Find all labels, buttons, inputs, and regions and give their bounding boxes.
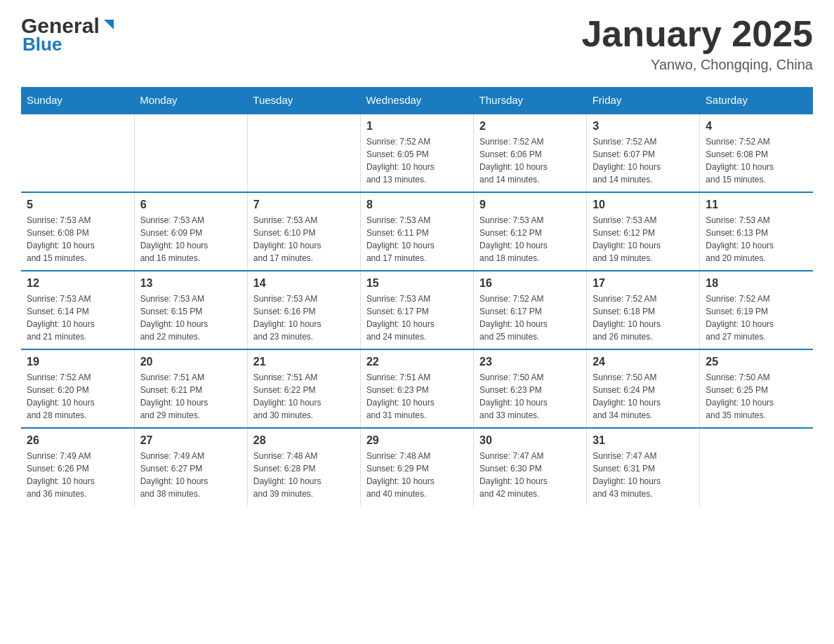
day-cell: 19Sunrise: 7:52 AM Sunset: 6:20 PM Dayli… — [21, 349, 134, 428]
day-info: Sunrise: 7:52 AM Sunset: 6:17 PM Dayligh… — [479, 293, 581, 343]
day-number: 19 — [27, 356, 128, 368]
day-cell: 12Sunrise: 7:53 AM Sunset: 6:14 PM Dayli… — [21, 271, 134, 349]
day-number: 31 — [593, 434, 694, 447]
page-header: General Blue January 2025 Yanwo, Chongqi… — [21, 14, 813, 73]
day-cell: 17Sunrise: 7:52 AM Sunset: 6:18 PM Dayli… — [587, 271, 700, 349]
day-number: 2 — [479, 120, 581, 133]
day-number: 27 — [140, 434, 241, 447]
day-number: 11 — [706, 199, 807, 211]
day-number: 25 — [706, 356, 807, 368]
weekday-header-wednesday: Wednesday — [360, 87, 473, 114]
logo: General Blue — [21, 14, 117, 55]
week-row-2: 5Sunrise: 7:53 AM Sunset: 6:08 PM Daylig… — [21, 192, 813, 271]
day-number: 24 — [593, 356, 694, 368]
day-info: Sunrise: 7:47 AM Sunset: 6:30 PM Dayligh… — [479, 450, 581, 500]
day-info: Sunrise: 7:53 AM Sunset: 6:12 PM Dayligh… — [479, 214, 581, 264]
day-cell: 14Sunrise: 7:53 AM Sunset: 6:16 PM Dayli… — [247, 271, 360, 349]
day-info: Sunrise: 7:52 AM Sunset: 6:05 PM Dayligh… — [366, 135, 468, 186]
weekday-header-sunday: Sunday — [21, 87, 134, 114]
weekday-header-row: SundayMondayTuesdayWednesdayThursdayFrid… — [21, 87, 813, 114]
day-number: 29 — [366, 434, 468, 447]
day-info: Sunrise: 7:52 AM Sunset: 6:07 PM Dayligh… — [593, 135, 694, 186]
day-cell: 8Sunrise: 7:53 AM Sunset: 6:11 PM Daylig… — [360, 192, 473, 271]
day-info: Sunrise: 7:53 AM Sunset: 6:16 PM Dayligh… — [253, 293, 355, 343]
day-cell — [21, 114, 134, 192]
day-cell: 9Sunrise: 7:53 AM Sunset: 6:12 PM Daylig… — [474, 192, 587, 271]
day-number: 28 — [253, 434, 355, 447]
day-cell: 10Sunrise: 7:53 AM Sunset: 6:12 PM Dayli… — [587, 192, 700, 271]
day-info: Sunrise: 7:52 AM Sunset: 6:06 PM Dayligh… — [479, 135, 581, 186]
day-cell: 26Sunrise: 7:49 AM Sunset: 6:26 PM Dayli… — [21, 428, 134, 506]
day-info: Sunrise: 7:48 AM Sunset: 6:29 PM Dayligh… — [366, 450, 468, 500]
day-number: 14 — [253, 277, 355, 290]
day-number: 7 — [253, 199, 355, 211]
day-cell: 7Sunrise: 7:53 AM Sunset: 6:10 PM Daylig… — [247, 192, 360, 271]
day-info: Sunrise: 7:53 AM Sunset: 6:11 PM Dayligh… — [366, 214, 468, 264]
day-info: Sunrise: 7:53 AM Sunset: 6:15 PM Dayligh… — [140, 293, 241, 343]
day-cell: 21Sunrise: 7:51 AM Sunset: 6:22 PM Dayli… — [247, 349, 360, 428]
day-cell: 4Sunrise: 7:52 AM Sunset: 6:08 PM Daylig… — [700, 114, 813, 192]
day-number: 5 — [27, 199, 128, 211]
day-cell: 24Sunrise: 7:50 AM Sunset: 6:24 PM Dayli… — [587, 349, 700, 428]
day-number: 26 — [27, 434, 128, 447]
day-number: 6 — [140, 199, 241, 211]
day-cell: 31Sunrise: 7:47 AM Sunset: 6:31 PM Dayli… — [587, 428, 700, 506]
day-info: Sunrise: 7:50 AM Sunset: 6:24 PM Dayligh… — [593, 371, 694, 422]
day-info: Sunrise: 7:51 AM Sunset: 6:22 PM Dayligh… — [253, 371, 355, 422]
weekday-header-tuesday: Tuesday — [247, 87, 360, 114]
day-cell — [134, 114, 247, 192]
day-info: Sunrise: 7:53 AM Sunset: 6:14 PM Dayligh… — [27, 293, 128, 343]
day-info: Sunrise: 7:52 AM Sunset: 6:20 PM Dayligh… — [27, 371, 128, 422]
day-info: Sunrise: 7:49 AM Sunset: 6:26 PM Dayligh… — [27, 450, 128, 500]
day-number: 18 — [706, 277, 807, 290]
weekday-header-thursday: Thursday — [474, 87, 587, 114]
location: Yanwo, Chongqing, China — [581, 57, 813, 73]
logo-blue: Blue — [22, 34, 62, 55]
month-title: January 2025 — [581, 14, 813, 54]
day-cell: 1Sunrise: 7:52 AM Sunset: 6:05 PM Daylig… — [360, 114, 473, 192]
day-info: Sunrise: 7:52 AM Sunset: 6:08 PM Dayligh… — [706, 135, 807, 186]
day-cell: 5Sunrise: 7:53 AM Sunset: 6:08 PM Daylig… — [21, 192, 134, 271]
day-number: 10 — [593, 199, 694, 211]
day-cell: 30Sunrise: 7:47 AM Sunset: 6:30 PM Dayli… — [474, 428, 587, 506]
day-cell — [700, 428, 813, 506]
day-number: 13 — [140, 277, 241, 290]
day-number: 20 — [140, 356, 241, 368]
day-number: 8 — [366, 199, 468, 211]
title-block: January 2025 Yanwo, Chongqing, China — [581, 14, 813, 73]
day-info: Sunrise: 7:50 AM Sunset: 6:23 PM Dayligh… — [479, 371, 581, 422]
day-number: 1 — [366, 120, 468, 133]
day-info: Sunrise: 7:52 AM Sunset: 6:19 PM Dayligh… — [706, 293, 807, 343]
day-cell: 20Sunrise: 7:51 AM Sunset: 6:21 PM Dayli… — [134, 349, 247, 428]
day-info: Sunrise: 7:50 AM Sunset: 6:25 PM Dayligh… — [706, 371, 807, 422]
day-cell: 13Sunrise: 7:53 AM Sunset: 6:15 PM Dayli… — [134, 271, 247, 349]
day-cell: 28Sunrise: 7:48 AM Sunset: 6:28 PM Dayli… — [247, 428, 360, 506]
week-row-4: 19Sunrise: 7:52 AM Sunset: 6:20 PM Dayli… — [21, 349, 813, 428]
week-row-1: 1Sunrise: 7:52 AM Sunset: 6:05 PM Daylig… — [21, 114, 813, 192]
day-info: Sunrise: 7:52 AM Sunset: 6:18 PM Dayligh… — [593, 293, 694, 343]
day-info: Sunrise: 7:51 AM Sunset: 6:21 PM Dayligh… — [140, 371, 241, 422]
day-info: Sunrise: 7:51 AM Sunset: 6:23 PM Dayligh… — [366, 371, 468, 422]
day-cell: 3Sunrise: 7:52 AM Sunset: 6:07 PM Daylig… — [587, 114, 700, 192]
day-cell: 25Sunrise: 7:50 AM Sunset: 6:25 PM Dayli… — [700, 349, 813, 428]
day-info: Sunrise: 7:53 AM Sunset: 6:10 PM Dayligh… — [253, 214, 355, 264]
svg-marker-0 — [104, 20, 114, 29]
day-info: Sunrise: 7:53 AM Sunset: 6:09 PM Dayligh… — [140, 214, 241, 264]
weekday-header-monday: Monday — [134, 87, 247, 114]
day-info: Sunrise: 7:53 AM Sunset: 6:08 PM Dayligh… — [27, 214, 128, 264]
day-number: 21 — [253, 356, 355, 368]
day-info: Sunrise: 7:53 AM Sunset: 6:13 PM Dayligh… — [706, 214, 807, 264]
day-info: Sunrise: 7:53 AM Sunset: 6:17 PM Dayligh… — [366, 293, 468, 343]
logo-arrow-icon — [101, 17, 117, 32]
day-cell: 15Sunrise: 7:53 AM Sunset: 6:17 PM Dayli… — [360, 271, 473, 349]
calendar-table: SundayMondayTuesdayWednesdayThursdayFrid… — [21, 87, 813, 506]
weekday-header-saturday: Saturday — [700, 87, 813, 114]
day-number: 4 — [706, 120, 807, 133]
day-number: 3 — [593, 120, 694, 133]
day-number: 17 — [593, 277, 694, 290]
day-info: Sunrise: 7:48 AM Sunset: 6:28 PM Dayligh… — [253, 450, 355, 500]
day-cell: 23Sunrise: 7:50 AM Sunset: 6:23 PM Dayli… — [474, 349, 587, 428]
day-cell: 22Sunrise: 7:51 AM Sunset: 6:23 PM Dayli… — [360, 349, 473, 428]
day-number: 9 — [479, 199, 581, 211]
day-number: 16 — [479, 277, 581, 290]
